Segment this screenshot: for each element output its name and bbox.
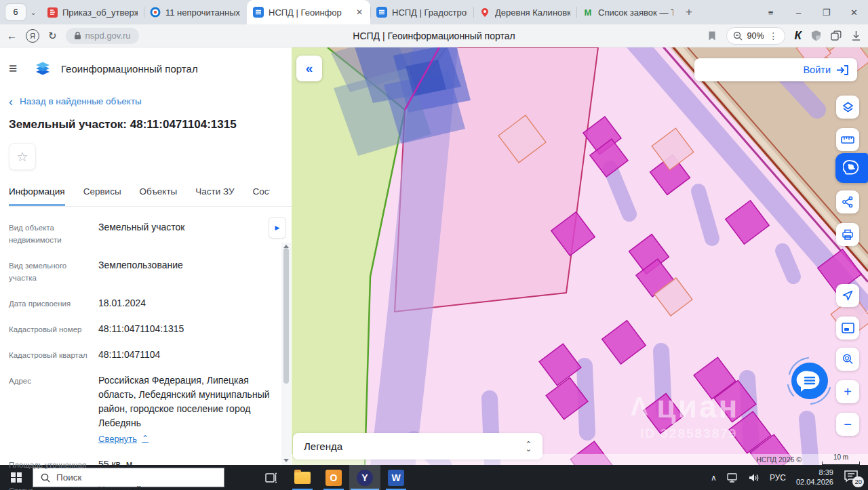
field-value: Российская Федерация, Липецкая область, …	[98, 375, 270, 428]
tab-unread-chats[interactable]: 11 непрочитанных ч	[144, 0, 247, 24]
login-bar[interactable]: Войти	[694, 58, 857, 81]
url-field[interactable]: nspd.gov.ru	[66, 28, 139, 44]
print-button[interactable]	[836, 223, 859, 246]
tabs-scroll-right-button[interactable]: ▶	[269, 217, 286, 239]
attributes-list: Вид объекта недвижимости Земельный участ…	[9, 207, 292, 490]
reload-icon[interactable]: ↻	[48, 30, 57, 42]
field-value: 55 кв. м	[98, 457, 132, 472]
layers-icon	[842, 101, 854, 114]
back-chevron-icon: ‹	[9, 98, 13, 106]
field-row: Вид объекта недвижимости Земельный участ…	[9, 220, 271, 247]
window-maximize-button[interactable]: ❐	[812, 7, 840, 18]
collapse-panel-button[interactable]: «	[296, 56, 322, 81]
yandex-browser-icon: Y	[357, 470, 373, 486]
pdf-icon	[47, 7, 58, 18]
tab-close-icon[interactable]: ✕	[355, 7, 364, 17]
panel-scrollbar[interactable]	[281, 243, 291, 465]
download-icon[interactable]	[851, 30, 861, 41]
tab-gmail-requests[interactable]: M Список заявок — Тех	[576, 0, 679, 24]
tab-village-kalinovka[interactable]: Деревня Калиновка	[473, 0, 576, 24]
field-row-address: Адрес Российская Федерация, Липецкая обл…	[9, 373, 271, 446]
back-link-label: Назад в найденные объекты	[20, 96, 142, 106]
field-value: 48:11:0471104:1315	[98, 322, 184, 336]
new-tab-button[interactable]: +	[679, 5, 698, 19]
minimap-button[interactable]	[836, 317, 859, 340]
field-label: Вид земельного участка	[9, 258, 98, 285]
zoom-level: 90%	[747, 31, 764, 41]
bookmark-icon[interactable]	[707, 30, 717, 41]
back-icon[interactable]: ←	[7, 30, 17, 41]
task-view-button[interactable]	[256, 465, 287, 490]
map-canvas[interactable]: Λ циан ID 328583879 « Войти	[292, 47, 868, 465]
back-to-results-link[interactable]: ‹ Назад в найденные объекты	[9, 96, 292, 106]
scrollbar-thumb[interactable]	[283, 248, 289, 384]
network-icon[interactable]	[727, 473, 738, 483]
tab-nspd-geoportal-active[interactable]: НСПД | Геоинфор ✕	[247, 0, 370, 24]
field-label: Площадь уточненная	[9, 457, 98, 472]
zoom-out-button[interactable]: −	[836, 413, 859, 436]
tab-composition[interactable]: Состав	[253, 186, 270, 206]
field-row: Кадастровый квартал 48:11:0471104	[9, 348, 271, 362]
file-explorer-button[interactable]	[287, 465, 318, 490]
map-pin-icon	[479, 7, 490, 18]
yandex-browser-button[interactable]: Y	[349, 465, 380, 490]
scale-label: 10 m	[833, 454, 848, 461]
share-button[interactable]	[836, 190, 859, 213]
tab-pdf-order[interactable]: Приказ_об_утвержд	[41, 0, 144, 24]
language-indicator[interactable]: РУС	[770, 473, 786, 483]
kontur-extension-icon[interactable]: К	[795, 29, 802, 43]
window-close-button[interactable]: ✕	[840, 7, 868, 18]
search-location-icon	[842, 353, 854, 365]
menu-icon[interactable]: ≡	[9, 60, 25, 77]
tabs-sync-icon[interactable]	[831, 30, 842, 41]
outlook-icon: O	[326, 470, 342, 486]
tab-nspd-gradostroit[interactable]: НСПД | Градостроит	[370, 0, 473, 24]
chat-button[interactable]	[781, 352, 838, 409]
window-minimize-button[interactable]: –	[785, 7, 812, 18]
field-row: Статус Учтенный	[9, 483, 271, 490]
tab-label: НСПД | Геоинфор	[269, 7, 350, 18]
notification-center-button[interactable]: 20	[844, 470, 861, 486]
zoom-in-button[interactable]: +	[836, 380, 859, 403]
field-row: Площадь уточненная 55 кв. м	[9, 457, 271, 472]
favorite-button[interactable]: ☆	[9, 143, 36, 170]
folder-icon	[294, 472, 311, 484]
tab-label: 11 непрочитанных ч	[165, 7, 241, 18]
field-value: Учтенный	[98, 483, 142, 490]
legend-label: Легенда	[304, 441, 342, 452]
yandex-home-icon[interactable]: Я	[26, 29, 39, 43]
word-button[interactable]: W	[380, 465, 412, 490]
field-label: Кадастровый номер	[9, 322, 98, 336]
field-label: Адрес	[9, 373, 98, 446]
window-controls: ≡ – ❐ ✕	[757, 7, 868, 18]
tab-label: Деревня Калиновка	[495, 7, 570, 18]
tab-services[interactable]: Сервисы	[83, 186, 121, 206]
ruler-icon	[841, 135, 854, 144]
tab-objects[interactable]: Объекты	[140, 186, 178, 206]
tray-expand-icon[interactable]: ∧	[711, 473, 717, 483]
map-attribution-strip: НСПД 2026 © 10 m	[292, 454, 868, 465]
search-on-map-button[interactable]	[836, 348, 859, 371]
shield-extension-icon[interactable]	[811, 30, 821, 41]
browser-menu-icon[interactable]: ≡	[757, 7, 785, 18]
notification-count-badge: 20	[852, 476, 864, 487]
gmail-icon: M	[583, 7, 593, 18]
zoom-control[interactable]: 90% ⋮	[726, 27, 785, 45]
tab-zu-parts[interactable]: Части ЗУ	[195, 186, 234, 206]
tab-counter[interactable]: 6	[5, 4, 26, 20]
assistant-bear-button[interactable]	[835, 153, 868, 183]
measure-button[interactable]	[836, 128, 859, 151]
minus-icon: −	[844, 417, 852, 432]
tab-information[interactable]: Информация	[9, 186, 65, 206]
clock[interactable]: 8:39 02.04.2026	[796, 468, 833, 487]
outlook-button[interactable]: O	[318, 465, 349, 490]
tab-list-chevron-icon[interactable]: ⌄	[26, 8, 41, 17]
more-options-icon[interactable]: ⋮	[769, 30, 778, 41]
locate-button[interactable]	[836, 284, 859, 307]
volume-icon[interactable]	[749, 473, 760, 483]
printer-icon	[842, 228, 854, 241]
location-arrow-icon	[842, 289, 854, 302]
scroll-down-arrow[interactable]	[281, 457, 291, 464]
collapse-address-link[interactable]: Свернуть ⌃	[98, 432, 149, 446]
layers-button[interactable]	[836, 96, 859, 119]
